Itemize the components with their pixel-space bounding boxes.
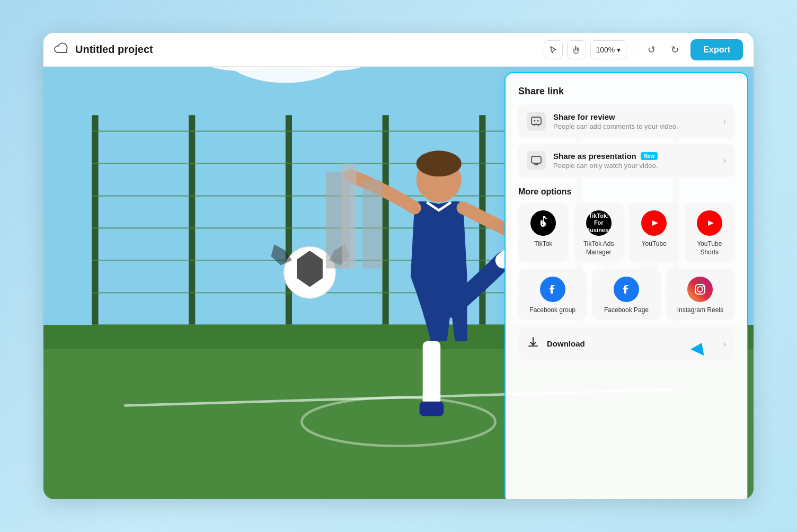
svg-point-26 — [417, 150, 462, 176]
facebook-group-label: Facebook group — [529, 306, 575, 315]
facebook-group-icon — [540, 277, 565, 302]
header-divider — [634, 42, 634, 57]
tiktok-ads-icon: TikTok:ForBusiness — [586, 210, 612, 236]
main-content: Share link Share for review People can a… — [43, 67, 754, 499]
select-tool-button[interactable] — [544, 40, 563, 59]
download-icon — [527, 336, 539, 352]
tiktok-ads-option[interactable]: TikTok:ForBusiness TikTok Ads Manager — [574, 203, 624, 262]
social-grid-row2: Facebook group Facebook Page — [518, 269, 734, 320]
share-presentation-icon — [527, 151, 546, 170]
youtube-shorts-icon — [697, 210, 722, 236]
redo-button[interactable]: ↻ — [665, 40, 684, 59]
zoom-control[interactable]: 100% ▾ — [590, 40, 627, 59]
svg-rect-28 — [420, 402, 444, 416]
tiktok-label: TikTok — [534, 240, 552, 249]
header: Untitled project 100% ▾ ↺ — [43, 33, 754, 67]
share-presentation-title: Share as presentation New — [553, 152, 716, 161]
tiktok-option[interactable]: TikTok — [518, 203, 569, 262]
svg-point-44 — [537, 120, 539, 122]
share-review-text: Share for review People can add comments… — [553, 112, 716, 130]
download-chevron-icon: › — [723, 339, 726, 349]
svg-rect-45 — [532, 156, 541, 163]
hand-tool-button[interactable] — [567, 40, 586, 59]
svg-rect-41 — [362, 180, 382, 269]
share-for-review-option[interactable]: Share for review People can add comments… — [518, 104, 734, 138]
share-review-title: Share for review — [553, 112, 716, 121]
svg-rect-9 — [286, 115, 292, 357]
zoom-chevron-icon: ▾ — [617, 46, 621, 54]
share-presentation-option[interactable]: Share as presentation New People can onl… — [518, 144, 734, 178]
export-button[interactable]: Export — [690, 39, 743, 60]
youtube-label: YouTube — [642, 240, 667, 249]
svg-rect-27 — [423, 341, 441, 406]
svg-marker-47 — [708, 220, 714, 226]
share-link-title: Share link — [518, 86, 734, 97]
share-review-chevron-icon: › — [723, 117, 726, 126]
svg-point-50 — [703, 286, 704, 287]
svg-rect-40 — [342, 164, 356, 269]
share-review-icon — [527, 112, 546, 131]
cloud-icon — [54, 42, 70, 58]
instagram-reels-icon — [687, 277, 713, 302]
svg-point-43 — [534, 120, 536, 122]
export-panel: Share link Share for review People can a… — [504, 72, 748, 499]
facebook-page-option[interactable]: Facebook Page — [592, 269, 660, 320]
undo-button[interactable]: ↺ — [642, 40, 661, 59]
youtube-option[interactable]: YouTube — [629, 203, 679, 262]
youtube-shorts-option[interactable]: YouTube Shorts — [685, 203, 735, 262]
tiktok-icon — [530, 210, 556, 236]
svg-rect-11 — [479, 115, 485, 357]
social-grid-row1: TikTok TikTok:ForBusiness TikTok Ads Man… — [518, 203, 734, 262]
svg-rect-10 — [383, 115, 389, 357]
share-presentation-chevron-icon: › — [723, 156, 726, 165]
facebook-page-icon — [614, 277, 639, 302]
facebook-group-option[interactable]: Facebook group — [518, 269, 587, 320]
svg-rect-8 — [189, 115, 195, 357]
download-label: Download — [547, 339, 716, 348]
facebook-page-label: Facebook Page — [604, 306, 649, 315]
header-left: Untitled project — [54, 42, 537, 58]
svg-rect-7 — [92, 115, 98, 357]
more-options-title: More options — [518, 187, 734, 197]
share-review-desc: People can add comments to your video. — [553, 122, 716, 130]
youtube-shorts-label: YouTube Shorts — [689, 240, 731, 256]
svg-rect-42 — [532, 117, 541, 125]
youtube-icon — [641, 210, 667, 236]
share-presentation-desc: People can only watch your video. — [553, 162, 716, 170]
instagram-reels-label: Instagram Reels — [677, 306, 723, 315]
download-option[interactable]: Download › — [518, 327, 734, 360]
new-badge: New — [641, 152, 658, 160]
tiktok-ads-label: TikTok Ads Manager — [578, 240, 620, 256]
svg-point-49 — [697, 287, 703, 292]
app-window: Untitled project 100% ▾ ↺ — [43, 33, 754, 499]
svg-marker-46 — [652, 220, 658, 226]
instagram-reels-option[interactable]: Instagram Reels — [666, 269, 734, 320]
project-title: Untitled project — [75, 43, 153, 56]
header-center: 100% ▾ ↺ ↻ — [544, 40, 685, 59]
share-presentation-text: Share as presentation New People can onl… — [553, 152, 716, 170]
zoom-value: 100% — [596, 46, 615, 54]
